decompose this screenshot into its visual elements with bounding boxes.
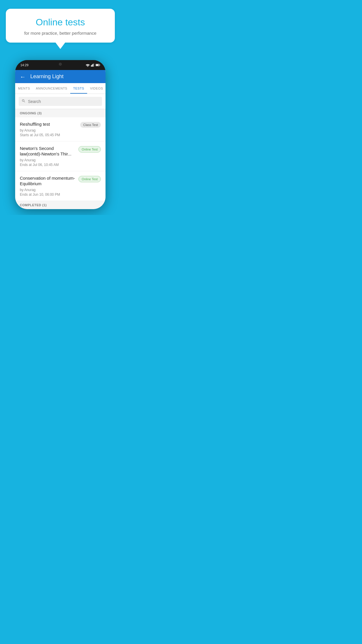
status-icons bbox=[86, 63, 100, 67]
tabs-bar: MENTS ANNOUNCEMENTS TESTS VIDEOS bbox=[15, 83, 106, 94]
svg-rect-1 bbox=[92, 64, 92, 66]
test-info: Newton's Second law(contd)-Newton's Thir… bbox=[20, 146, 75, 167]
search-input-wrap[interactable] bbox=[19, 97, 102, 106]
test-by: by Anurag bbox=[20, 188, 75, 192]
test-badge: Online Test bbox=[78, 176, 101, 182]
bubble-title: Online tests bbox=[15, 17, 106, 28]
search-container bbox=[15, 94, 106, 109]
test-info: Reshuffling test by Anurag Starts at Jul… bbox=[20, 121, 77, 137]
tab-ments[interactable]: MENTS bbox=[15, 83, 33, 94]
search-input[interactable] bbox=[28, 99, 99, 104]
phone-notch bbox=[49, 60, 72, 68]
test-time: Starts at Jul 05, 05:45 PM bbox=[20, 133, 77, 137]
promo-bubble: Online tests for more practice, better p… bbox=[6, 9, 115, 43]
ongoing-section-header: ONGOING (3) bbox=[15, 109, 106, 117]
test-badge: Online Test bbox=[78, 146, 101, 153]
test-time: Ends at Jul 06, 10:45 AM bbox=[20, 163, 75, 167]
test-item[interactable]: Conservation of momentum-Equilibrium by … bbox=[15, 171, 106, 201]
svg-rect-0 bbox=[91, 65, 92, 67]
test-time: Ends at Jun 10, 06:00 PM bbox=[20, 192, 75, 197]
completed-section-header: COMPLETED (1) bbox=[15, 201, 106, 209]
status-bar: 14:29 bbox=[15, 60, 106, 70]
test-item[interactable]: Reshuffling test by Anurag Starts at Jul… bbox=[15, 117, 106, 141]
search-icon bbox=[22, 99, 26, 104]
bubble-subtitle: for more practice, better performance bbox=[15, 31, 106, 36]
status-time: 14:29 bbox=[20, 63, 29, 67]
test-badge: Class Test bbox=[80, 122, 101, 128]
tab-tests[interactable]: TESTS bbox=[70, 83, 87, 94]
phone-screen: ← Learning Light MENTS ANNOUNCEMENTS TES… bbox=[15, 70, 106, 209]
phone-frame: 14:29 ← bbox=[15, 60, 106, 209]
test-name: Conservation of momentum-Equilibrium bbox=[20, 175, 75, 187]
svg-rect-6 bbox=[99, 65, 100, 66]
test-by: by Anurag bbox=[20, 158, 75, 162]
test-name: Newton's Second law(contd)-Newton's Thir… bbox=[20, 146, 75, 157]
test-name: Reshuffling test bbox=[20, 121, 77, 127]
test-info: Conservation of momentum-Equilibrium by … bbox=[20, 175, 75, 197]
svg-rect-5 bbox=[96, 64, 99, 66]
tab-videos[interactable]: VIDEOS bbox=[87, 83, 106, 94]
tab-announcements[interactable]: ANNOUNCEMENTS bbox=[33, 83, 70, 94]
battery-icon bbox=[96, 63, 100, 67]
signal-icon bbox=[91, 63, 94, 67]
app-title: Learning Light bbox=[30, 74, 64, 80]
wifi-icon bbox=[86, 63, 90, 67]
svg-rect-3 bbox=[94, 64, 94, 67]
test-by: by Anurag bbox=[20, 128, 77, 132]
test-list: Reshuffling test by Anurag Starts at Jul… bbox=[15, 117, 106, 201]
front-camera bbox=[59, 63, 62, 66]
app-header: ← Learning Light bbox=[15, 70, 106, 83]
back-button[interactable]: ← bbox=[20, 74, 26, 80]
svg-rect-2 bbox=[93, 64, 93, 67]
test-item[interactable]: Newton's Second law(contd)-Newton's Thir… bbox=[15, 141, 106, 171]
